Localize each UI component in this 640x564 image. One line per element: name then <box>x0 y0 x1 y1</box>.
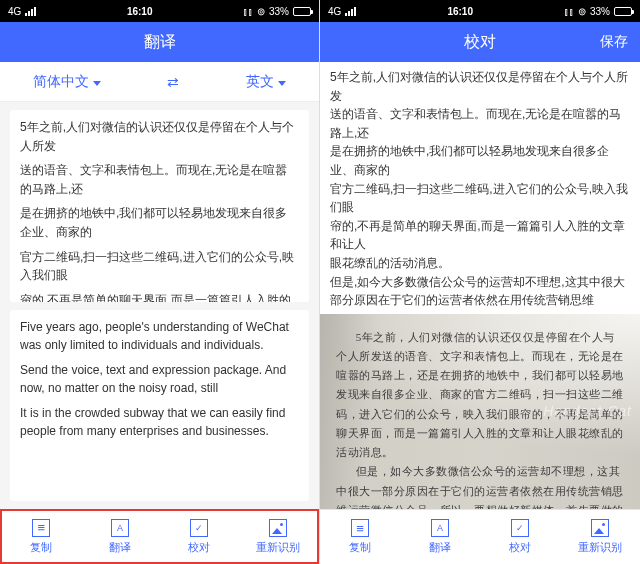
check-icon <box>190 519 208 537</box>
original-photo: 5年之前，人们对微信的认识还仅仅是停留在个人与个人所发送的语音、文字和表情包上。… <box>320 314 640 509</box>
translate-content: 5年之前,人们对微信的认识还仅仅是停留在个人与个人所发 送的语音、文字和表情包上… <box>0 102 319 509</box>
page-title: 翻译 <box>144 32 176 53</box>
image-icon <box>591 519 609 537</box>
chevron-down-icon <box>93 81 101 86</box>
title-bar: 校对 保存 <box>320 22 640 62</box>
translate-button[interactable]: 翻译 <box>81 511 160 562</box>
proofread-button[interactable]: 校对 <box>160 511 239 562</box>
battery-icon <box>293 7 311 16</box>
swap-languages-button[interactable]: ⇄ <box>167 74 179 90</box>
battery-percent: 33% <box>590 6 610 17</box>
image-icon <box>269 519 287 537</box>
translate-icon <box>111 519 129 537</box>
language-selector-row: 简体中文 ⇄ 英文 <box>0 62 319 102</box>
copy-button[interactable]: 复制 <box>2 511 81 562</box>
rescan-button[interactable]: 重新识别 <box>560 510 640 564</box>
bottom-toolbar: 复制 翻译 校对 重新识别 <box>0 509 319 564</box>
vibrate-icon: ⫿⫿ <box>243 6 253 17</box>
battery-percent: 33% <box>269 6 289 17</box>
proofread-content: 5年之前,人们对微信的认识还仅仅是停留在个人与个人所发 送的语音、文字和表情包上… <box>320 62 640 509</box>
translated-text-box[interactable]: Five years ago, people's understanding o… <box>10 310 309 502</box>
source-text-box[interactable]: 5年之前,人们对微信的认识还仅仅是停留在个人与个人所发 送的语音、文字和表情包上… <box>10 110 309 302</box>
signal-icon <box>25 7 36 16</box>
status-bar: 4G 16:10 ⫿⫿ ⊚ 33% <box>320 0 640 22</box>
check-icon <box>511 519 529 537</box>
phone-proofread: 4G 16:10 ⫿⫿ ⊚ 33% 校对 保存 5年之前,人们对微信的认识还仅仅… <box>320 0 640 564</box>
bottom-toolbar: 复制 翻译 校对 重新识别 <box>320 509 640 564</box>
phone-translate: 4G 16:10 ⫿⫿ ⊚ 33% 翻译 简体中文 ⇄ 英文 5年之前,人们对微… <box>0 0 320 564</box>
rescan-button[interactable]: 重新识别 <box>238 511 317 562</box>
vibrate-icon: ⫿⫿ <box>564 6 574 17</box>
chevron-down-icon <box>278 81 286 86</box>
network-indicator: 4G <box>328 6 341 17</box>
copy-icon <box>351 519 369 537</box>
translate-icon <box>431 519 449 537</box>
page-title: 校对 <box>464 32 496 53</box>
lang-from-button[interactable]: 简体中文 <box>33 73 101 91</box>
copy-button[interactable]: 复制 <box>320 510 400 564</box>
copy-icon <box>32 519 50 537</box>
save-button[interactable]: 保存 <box>600 33 628 51</box>
wifi-icon: ⊚ <box>257 6 265 17</box>
wifi-icon: ⊚ <box>578 6 586 17</box>
translate-button[interactable]: 翻译 <box>400 510 480 564</box>
signal-icon <box>345 7 356 16</box>
lang-to-button[interactable]: 英文 <box>246 73 286 91</box>
proofread-button[interactable]: 校对 <box>480 510 560 564</box>
battery-icon <box>614 7 632 16</box>
title-bar: 翻译 <box>0 22 319 62</box>
status-bar: 4G 16:10 ⫿⫿ ⊚ 33% <box>0 0 319 22</box>
recognized-text-box[interactable]: 5年之前,人们对微信的认识还仅仅是停留在个人与个人所发 送的语音、文字和表情包上… <box>320 62 640 314</box>
clock: 16:10 <box>127 6 153 17</box>
network-indicator: 4G <box>8 6 21 17</box>
clock: 16:10 <box>447 6 473 17</box>
